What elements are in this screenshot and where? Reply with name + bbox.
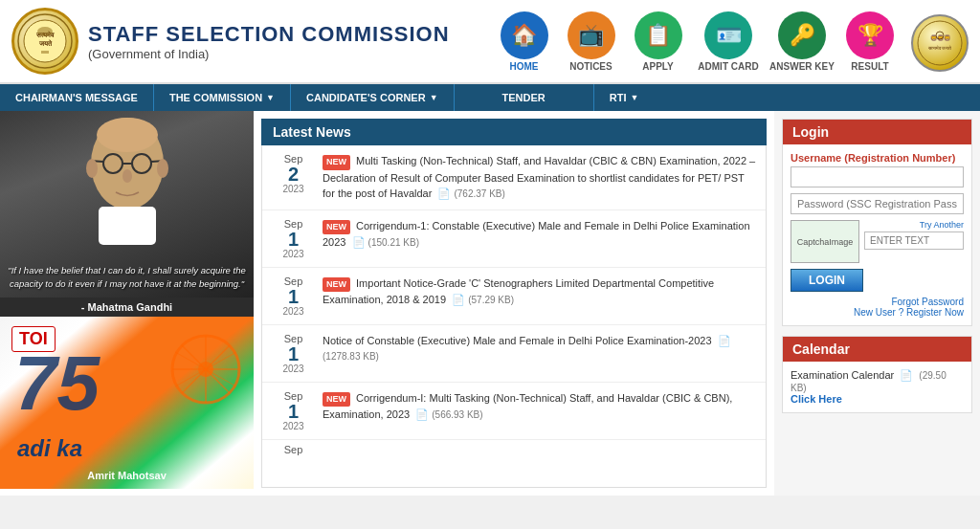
nav-icon-home[interactable]: 🏠 HOME <box>493 11 555 72</box>
site-title: STAFF SELECTION COMMISSION <box>88 22 493 47</box>
news-day: 1 <box>272 344 315 364</box>
try-another-link[interactable]: Try Another <box>864 220 964 230</box>
calendar-click-here[interactable]: Click Here <box>791 393 842 405</box>
svg-text:सत्यमेव जयते: सत्यमेव जयते <box>927 45 951 51</box>
amrit-text: Amrit Mahotsav <box>10 470 244 481</box>
nav-candidates-corner[interactable]: CANDIDATE'S CORNER ▼ <box>291 84 455 111</box>
nav-icon-answer-key[interactable]: 🔑 ANSWER KEY <box>768 11 836 72</box>
candidates-dropdown-icon: ▼ <box>430 93 438 102</box>
new-badge: NEW <box>323 392 350 408</box>
right-panel: Login Username (Registration Number) Cap… <box>774 111 980 496</box>
nav-rti[interactable]: RTI ▼ <box>594 84 655 111</box>
main-content: "If I have the belief that I can do it, … <box>0 111 980 496</box>
news-day: 1 <box>272 230 315 249</box>
center-panel: Latest News Sep 2 2023 NEW Multi Tasking… <box>254 111 774 496</box>
news-content: NEW Important Notice-Grade 'C' Stenograp… <box>323 276 756 308</box>
news-item: Sep 2 2023 NEW Multi Tasking (Non-Techni… <box>262 145 766 210</box>
nav-tender[interactable]: TENDER <box>455 84 594 111</box>
nav-icon-apply[interactable]: 📋 APPLY <box>627 11 689 72</box>
svg-rect-20 <box>99 207 156 245</box>
news-size-0: (762.37 KB) <box>454 188 504 199</box>
svg-point-6 <box>918 21 962 65</box>
news-month: Sep <box>272 276 315 287</box>
news-day: 2 <box>272 165 315 184</box>
gandhi-portrait <box>60 111 194 245</box>
news-day: 1 <box>272 402 315 421</box>
news-month: Sep <box>272 218 315 230</box>
login-header: Login <box>783 120 971 144</box>
news-content: Notice of Constable (Executive) Male and… <box>323 333 756 364</box>
news-year: 2023 <box>272 306 315 317</box>
nav-icon-result[interactable]: 🏆 RESULT <box>841 11 899 72</box>
file-icon-1: 📄 <box>352 236 366 248</box>
login-links: Forgot Password New User ? Register Now <box>791 297 964 318</box>
result-label: RESULT <box>851 61 888 72</box>
commission-dropdown-icon: ▼ <box>266 93 275 102</box>
gandhi-image-area: "If I have the belief that I can do it, … <box>0 111 254 298</box>
username-input[interactable] <box>791 166 964 187</box>
password-input[interactable] <box>791 193 964 214</box>
home-icon: 🏠 <box>501 11 548 59</box>
svg-point-18 <box>157 159 168 178</box>
news-item: Sep 1 2023 Notice of Constable (Executiv… <box>262 325 766 383</box>
header-title-block: STAFF SELECTION COMMISSION (Government o… <box>78 22 493 61</box>
calendar-box: Calendar Examination Calendar 📄 (29.50 K… <box>782 336 972 413</box>
news-year: 2023 <box>272 364 315 374</box>
nav-chairmans-message[interactable]: CHAIRMAN'S MESSAGE <box>0 84 154 111</box>
news-month: Sep <box>272 333 315 344</box>
gandhi-quote-text: "If I have the belief that I can do it, … <box>8 264 246 290</box>
calendar-header: Calendar <box>783 337 971 362</box>
nav-the-commission[interactable]: THE COMMISSION ▼ <box>154 84 291 111</box>
site-subtitle: (Government of India) <box>88 47 493 61</box>
nav-icon-notices[interactable]: 📺 NOTICES <box>560 11 622 72</box>
new-badge: NEW <box>323 155 350 170</box>
file-icon-4: 📄 <box>415 408 429 420</box>
news-year: 2023 <box>272 421 315 431</box>
notices-label: NOTICES <box>569 61 612 72</box>
news-size-3: (1278.83 KB) <box>323 351 379 362</box>
login-button[interactable]: LOGIN <box>791 269 863 292</box>
svg-point-19 <box>97 118 158 152</box>
answer-key-icon: 🔑 <box>778 11 826 59</box>
new-user-link[interactable]: New User ? Register Now <box>791 307 964 318</box>
news-year: 2023 <box>272 184 315 194</box>
svg-text:जयते: जयते <box>38 39 53 47</box>
apply-label: APPLY <box>642 61 673 72</box>
news-size-4: (566.93 KB) <box>432 409 482 420</box>
news-content: NEW Corrigendum-1: Constable (Executive)… <box>323 218 756 251</box>
home-label: HOME <box>510 61 539 72</box>
news-month-partial: Sep <box>272 444 315 455</box>
result-icon: 🏆 <box>846 11 894 59</box>
left-panel: "If I have the belief that I can do it, … <box>0 111 254 496</box>
captcha-text-input[interactable] <box>864 231 964 250</box>
file-icon-2: 📄 <box>452 294 465 305</box>
news-content: NEW Corrigendum-I: Multi Tasking (Non-Te… <box>323 390 756 423</box>
svg-rect-5 <box>41 51 49 54</box>
nav-icon-admit-card[interactable]: 🪪 ADMIT CARD <box>694 11 763 72</box>
news-date: Sep 1 2023 <box>272 390 315 431</box>
file-icon-3: 📄 <box>718 335 731 346</box>
news-year: 2023 <box>272 249 315 259</box>
svg-text:🦁🦁🦁: 🦁🦁🦁 <box>930 34 951 42</box>
logo: सत्यमेव जयते <box>11 8 78 75</box>
forgot-password-link[interactable]: Forgot Password <box>791 297 964 307</box>
gandhi-name-bar: - Mahatma Gandhi <box>0 298 254 317</box>
svg-point-17 <box>86 159 98 178</box>
news-date: Sep 1 2023 <box>272 276 315 317</box>
news-header: Latest News <box>261 119 767 145</box>
ssc-logo-icon: सत्यमेव जयते <box>11 8 78 75</box>
news-size-2: (57.29 KB) <box>468 295 514 305</box>
login-box: Login Username (Registration Number) Cap… <box>782 119 972 326</box>
admit-card-label: ADMIT CARD <box>698 61 758 72</box>
news-date: Sep 1 2023 <box>272 333 315 374</box>
file-icon-0: 📄 <box>437 187 451 199</box>
nav-icons-bar: 🏠 HOME 📺 NOTICES 📋 APPLY 🪪 ADMIT CARD 🔑 … <box>493 11 969 72</box>
news-content: NEW Multi Tasking (Non-Technical) Staff,… <box>323 153 756 202</box>
admit-card-icon: 🪪 <box>704 11 752 59</box>
seventy-five-number: 75 <box>14 345 100 422</box>
captcha-row: CaptchaImage Try Another <box>791 220 964 263</box>
new-badge: NEW <box>323 277 350 293</box>
news-list[interactable]: Sep 2 2023 NEW Multi Tasking (Non-Techni… <box>261 145 767 488</box>
captcha-image-box: CaptchaImage <box>791 220 859 263</box>
news-date: Sep 2 2023 <box>272 153 315 194</box>
